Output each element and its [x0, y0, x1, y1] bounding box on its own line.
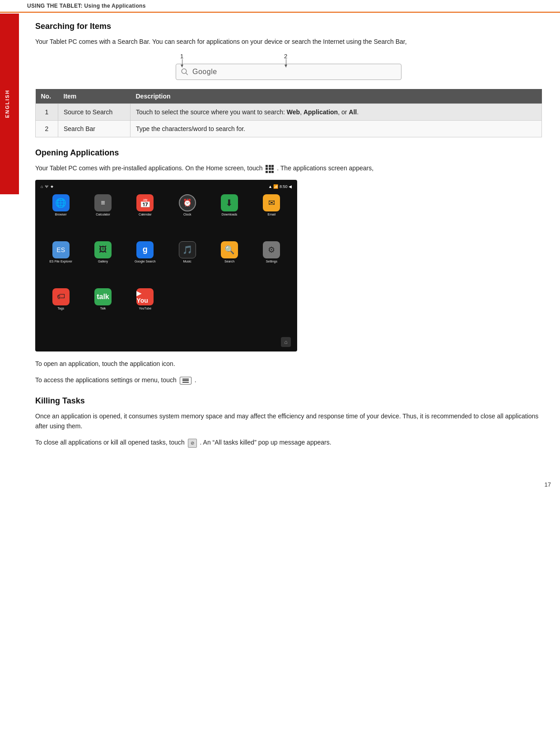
app-item-talk: talk Talk [84, 288, 122, 332]
app-label-talk: Talk [100, 307, 106, 310]
page-header: USING THE TABLET: Using the Applications [0, 0, 560, 13]
app-icon-tags: 🏷 [52, 288, 70, 305]
status-bar: ⌂ Ψ ★ ▲ 📶 8:50 ◀ [38, 183, 294, 191]
app-icon-gallery: 🖼 [94, 241, 112, 258]
app-label-search: Search [224, 260, 234, 263]
app-label-gallery: Gallery [98, 260, 108, 263]
menu-icon [180, 377, 191, 384]
section-heading-searching: Searching for Items [35, 22, 542, 31]
app-item-clock: ⏰ Clock [168, 194, 206, 238]
diagram-arrow-2 [286, 59, 286, 67]
killing-para2: To close all applications or kill all op… [35, 437, 542, 447]
diagram-label-1: 1 [180, 53, 183, 60]
grid-icon [266, 165, 274, 173]
home-button: ⌂ [281, 337, 291, 347]
page-number: 17 [0, 472, 560, 492]
app-item-email: ✉ Email [252, 194, 291, 238]
app-label-youtube: YouTube [139, 307, 152, 310]
col-header-no: No. [36, 89, 58, 104]
table-cell-desc: Type the characters/word to search for. [131, 121, 542, 137]
back-arrow-icon: ◀ [289, 184, 292, 189]
app-icon-es: ES [52, 241, 70, 258]
app-label-google: Google Search [135, 260, 156, 263]
app-label-clock: Clock [183, 213, 191, 216]
app-item-tags: 🏷 Tags [42, 288, 80, 332]
opening-intro: Your Tablet PC comes with pre-installed … [35, 163, 542, 173]
table-cell-desc: Touch to select the source where you wan… [131, 104, 542, 121]
app-icon-search: 🔍 [221, 241, 238, 258]
table-row: 2 Search Bar Type the characters/word to… [36, 121, 542, 137]
app-label-downloads: Downloads [222, 213, 238, 216]
home-row: ⌂ [38, 335, 294, 349]
section-heading-opening: Opening Applications [35, 148, 542, 158]
app-item-es: ES ES File Explorer [42, 241, 80, 285]
google-text: Google [192, 68, 217, 76]
star-icon: ★ [50, 184, 54, 189]
wifi-icon: ▲ 📶 [268, 184, 278, 189]
killing-para1: Once an application is opened, it consum… [35, 411, 542, 431]
app-item-search: 🔍 Search [210, 241, 248, 285]
app-icon-browser: 🌐 [52, 194, 70, 211]
svg-point-0 [182, 69, 187, 74]
header-title: USING THE TABLET: Using the Applications [27, 3, 146, 9]
app-item-google: g Google Search [126, 241, 164, 285]
searching-intro: Your Tablet PC comes with a Search Bar. … [35, 37, 542, 47]
opening-caption1: To open an application, touch the applic… [35, 359, 542, 369]
app-icon-calculator: ≡ [94, 194, 112, 211]
app-label-browser: Browser [55, 213, 67, 216]
app-screenshot: ⌂ Ψ ★ ▲ 📶 8:50 ◀ 🌐 Browser ≡ [35, 180, 297, 351]
main-content: Searching for Items Your Tablet PC comes… [26, 13, 560, 472]
diagram-labels: 1 2 [176, 53, 401, 64]
search-magnifier-icon [181, 68, 189, 76]
app-icon-clock: ⏰ [179, 194, 196, 211]
diagram-label-2: 2 [284, 53, 287, 60]
app-icon-calendar: 📅 [136, 194, 154, 211]
section-heading-killing: Killing Tasks [35, 396, 542, 406]
app-item-gallery: 🖼 Gallery [84, 241, 122, 285]
sidebar-language-label: ENGLISH [0, 14, 19, 194]
col-header-item: Item [58, 89, 131, 104]
opening-caption2: To access the applications settings or m… [35, 375, 542, 385]
app-item-calculator: ≡ Calculator [84, 194, 122, 238]
table-cell-no: 1 [36, 104, 58, 121]
diagram-arrow-1 [182, 59, 182, 67]
app-icon-settings: ⚙ [263, 241, 280, 258]
signal-icon: Ψ [45, 184, 48, 189]
app-icon-talk: talk [94, 288, 112, 305]
status-right-area: ▲ 📶 8:50 ◀ [268, 184, 292, 189]
home-icon-status: ⌂ [41, 184, 43, 189]
table-cell-no: 2 [36, 121, 58, 137]
app-item-music: 🎵 Music [168, 241, 206, 285]
app-item-calendar: 📅 Calendar [126, 194, 164, 238]
app-label-music: Music [183, 260, 191, 263]
app-item-downloads: ⬇ Downloads [210, 194, 248, 238]
app-icon-google: g [136, 241, 154, 258]
search-diagram: 1 2 Google [176, 53, 401, 80]
search-info-table: No. Item Description 1 Source to Search … [35, 89, 542, 137]
table-row: 1 Source to Search Touch to select the s… [36, 104, 542, 121]
task-killer-icon: ⊘ [188, 439, 197, 448]
app-label-calculator: Calculator [96, 213, 110, 216]
app-icon-music: 🎵 [179, 241, 196, 258]
app-screen-inner: ⌂ Ψ ★ ▲ 📶 8:50 ◀ 🌐 Browser ≡ [35, 180, 297, 351]
status-icons-left: ⌂ Ψ ★ [41, 184, 54, 189]
bold-application: Application [303, 108, 338, 116]
app-grid: 🌐 Browser ≡ Calculator 📅 Calendar ⏰ Cloc… [38, 191, 294, 335]
search-bar-mock: Google [176, 64, 401, 80]
app-label-settings: Settings [266, 260, 277, 263]
col-header-description: Description [131, 89, 542, 104]
app-item-settings: ⚙ Settings [252, 241, 291, 285]
svg-line-1 [186, 73, 188, 75]
bold-web: Web [287, 108, 300, 116]
app-icon-email: ✉ [263, 194, 280, 211]
table-header-row: No. Item Description [36, 89, 542, 104]
app-icon-downloads: ⬇ [221, 194, 238, 211]
app-label-es: ES File Explorer [49, 260, 72, 263]
app-item-youtube: ▶ You YouTube [126, 288, 164, 332]
app-label-tags: Tags [57, 307, 64, 310]
app-icon-youtube: ▶ You [136, 288, 154, 305]
table-cell-item: Source to Search [58, 104, 131, 121]
app-item-browser: 🌐 Browser [42, 194, 80, 238]
app-label-calendar: Calendar [139, 213, 151, 216]
bold-all: All [349, 108, 357, 116]
